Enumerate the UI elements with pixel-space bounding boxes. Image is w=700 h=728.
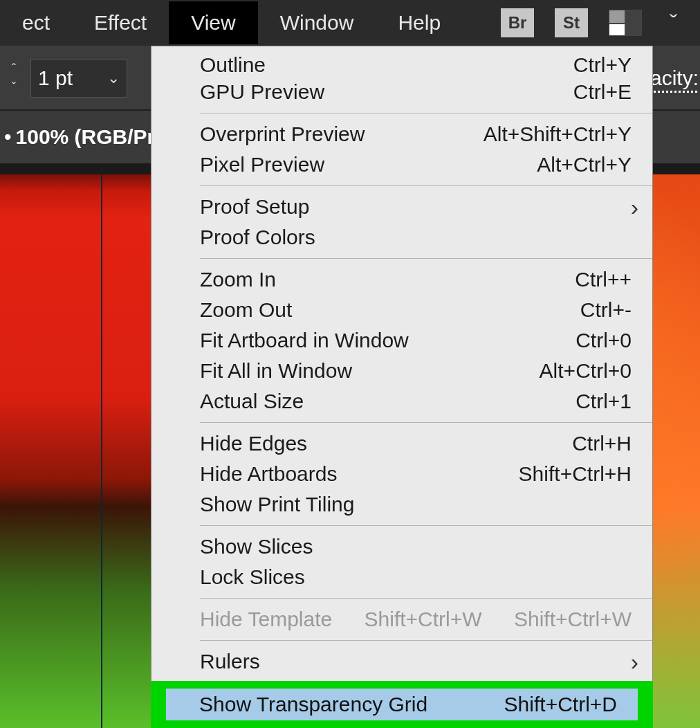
menu-item-shortcut: Shift+Ctrl+D <box>504 693 617 716</box>
menu-item-label: Rulers <box>200 650 260 673</box>
menu-item-shortcut: Shift+Ctrl+W <box>514 608 632 631</box>
menu-item-label: GPU Preview <box>200 80 324 104</box>
menu-item-label: Pixel Preview <box>200 153 324 176</box>
menu-item-fit-artboard-in-window[interactable]: Fit Artboard in WindowCtrl+0 <box>151 325 652 356</box>
menu-bar: ect Effect View Window Help Br St ˇ <box>0 0 700 46</box>
menu-item-label: Show Slices <box>200 535 313 558</box>
chevron-down-icon[interactable]: ˇ <box>12 80 16 95</box>
menu-item-fit-all-in-window[interactable]: Fit All in WindowAlt+Ctrl+0 <box>151 356 652 386</box>
menu-separator <box>200 113 652 113</box>
menu-item-shortcut: Ctrl+- <box>580 298 632 322</box>
bridge-app-icon[interactable]: Br <box>501 8 534 37</box>
menu-item-shortcut: Alt+Shift+Ctrl+Y <box>483 122 632 146</box>
menu-item-shortcut: Ctrl++ <box>575 268 632 291</box>
menu-item-show-transparency-grid[interactable]: Show Transparency Grid Shift+Ctrl+D <box>166 689 638 720</box>
menu-item-gpu-preview[interactable]: GPU PreviewCtrl+E <box>151 77 652 107</box>
menu-item-hide-artboards[interactable]: Hide ArtboardsShift+Ctrl+H <box>151 459 652 489</box>
menu-item-rulers[interactable]: Rulers <box>151 646 652 677</box>
menu-item-zoom-in[interactable]: Zoom InCtrl++ <box>151 264 652 295</box>
menu-item-label: Overprint Preview <box>200 122 365 146</box>
menu-item-window[interactable]: Window <box>258 1 376 44</box>
menu-item-shortcut: Alt+Ctrl+0 <box>540 359 632 383</box>
menu-item-shortcut: Alt+Ctrl+Y <box>537 153 632 176</box>
opacity-label-truncated: acity: <box>650 66 699 90</box>
menu-separator <box>200 422 652 423</box>
menu-item-hide-template: Hide TemplateShift+Ctrl+WShift+Ctrl+W <box>151 604 652 635</box>
menu-item-help[interactable]: Help <box>376 1 463 44</box>
view-menu-dropdown: OutlineCtrl+YGPU PreviewCtrl+EOverprint … <box>151 46 653 708</box>
menu-item-overprint-preview[interactable]: Overprint PreviewAlt+Shift+Ctrl+Y <box>151 119 652 149</box>
stroke-stepper[interactable]: ˆ ˇ <box>1 59 26 98</box>
menu-separator <box>200 640 652 641</box>
menu-item-effect[interactable]: Effect <box>72 1 169 44</box>
menu-item-label: Actual Size <box>200 390 304 413</box>
menu-separator <box>200 598 652 599</box>
menu-item-label: Zoom In <box>200 268 276 291</box>
menu-item-proof-setup[interactable]: Proof Setup <box>151 192 652 222</box>
workspace-switcher-icon[interactable] <box>609 10 642 36</box>
menu-item-show-print-tiling[interactable]: Show Print Tiling <box>151 489 652 520</box>
menu-item-outline[interactable]: OutlineCtrl+Y <box>151 46 652 77</box>
menu-item-proof-colors[interactable]: Proof Colors <box>151 222 652 253</box>
menu-item-hide-edges[interactable]: Hide EdgesCtrl+H <box>151 428 652 459</box>
menu-item-label: Zoom Out <box>200 298 292 322</box>
menu-item-label: Proof Setup <box>200 195 309 219</box>
menu-item-label: Hide Template <box>200 608 332 631</box>
menu-item-label: Hide Edges <box>200 432 307 455</box>
menu-item-shortcut: Ctrl+0 <box>575 329 632 352</box>
menu-item-label: Proof Colors <box>200 226 315 249</box>
menu-item-label: Outline <box>200 53 266 77</box>
menu-item-shortcut: Shift+Ctrl+W <box>365 608 482 631</box>
menu-item-label: Show Print Tiling <box>200 493 354 516</box>
stroke-weight-value: 1 pt <box>38 66 73 90</box>
menu-separator <box>200 185 652 186</box>
document-tab-title[interactable]: 100% (RGB/Pr <box>16 125 156 149</box>
guide-line[interactable] <box>101 174 102 728</box>
menu-item-shortcut: Ctrl+Y <box>573 53 632 77</box>
menu-item-label: Fit Artboard in Window <box>200 329 409 352</box>
menu-item-label: Fit All in Window <box>200 359 352 383</box>
document-tab-bullet: • <box>4 125 12 149</box>
menu-item-label: Lock Slices <box>200 565 305 589</box>
stock-app-icon[interactable]: St <box>555 8 588 37</box>
menu-item-pixel-preview[interactable]: Pixel PreviewAlt+Ctrl+Y <box>151 149 652 180</box>
menu-separator <box>200 525 652 526</box>
menu-item-zoom-out[interactable]: Zoom OutCtrl+- <box>151 295 652 325</box>
menu-item-shortcut: Ctrl+1 <box>575 390 632 413</box>
chevron-up-icon[interactable]: ˆ <box>12 62 16 76</box>
chevron-down-icon[interactable]: ˇ <box>670 10 677 37</box>
menu-item-lock-slices[interactable]: Lock Slices <box>151 562 652 592</box>
menu-item-show-slices[interactable]: Show Slices <box>151 531 652 562</box>
menu-item-shortcut: Shift+Ctrl+H <box>519 462 632 486</box>
menu-item-label: Hide Artboards <box>200 462 337 486</box>
menu-separator <box>200 258 652 259</box>
menu-item-shortcut: Ctrl+H <box>572 432 632 455</box>
menu-item-select-truncated[interactable]: ect <box>0 1 72 44</box>
highlight-annotation: Show Transparency Grid Shift+Ctrl+D <box>151 681 653 728</box>
stroke-weight-input[interactable]: 1 pt ⌄ <box>30 59 127 98</box>
chevron-down-icon[interactable]: ⌄ <box>107 69 120 87</box>
menu-item-actual-size[interactable]: Actual SizeCtrl+1 <box>151 386 652 417</box>
menu-item-label: Show Transparency Grid <box>199 693 427 716</box>
menu-item-view[interactable]: View <box>169 1 257 44</box>
menu-item-shortcut: Ctrl+E <box>573 80 632 104</box>
